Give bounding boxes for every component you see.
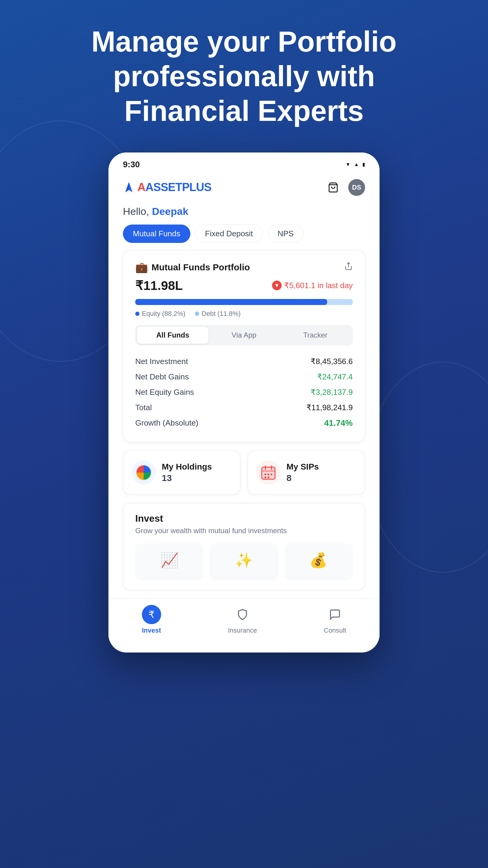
svg-point-14 [267,476,269,478]
net-equity-row: Net Equity Gains ₹3,28,137.9 [135,384,353,400]
total-row: Total ₹11,98,241.9 [135,400,353,415]
bottom-nav: ₹ Invest Insurance Consult [108,598,380,641]
holdings-title: My Holdings [162,462,212,472]
nav-consult[interactable]: Consult [318,605,352,634]
consult-nav-label: Consult [324,627,347,634]
net-debt-row: Net Debt Gains ₹24,747.4 [135,369,353,384]
status-icons: ▼ ▲ ▮ [346,161,365,167]
consult-nav-icon [325,605,345,624]
allocation-bar [135,299,353,305]
down-arrow-icon: ▼ [272,281,282,290]
user-avatar[interactable]: DS [348,179,365,196]
debt-dot [195,312,199,316]
net-equity-value: ₹3,28,137.9 [311,388,353,397]
app-header: AASSETPLUS DS [108,173,380,203]
invest-items: 📈 ✨ 💰 [135,544,353,590]
greeting-prefix: Hello, [123,206,152,217]
portfolio-title-row: 💼 Mutual Funds Portfolio [135,261,250,273]
sips-title: My SIPs [287,462,319,472]
portfolio-value: ₹11.98L [135,278,183,293]
total-label: Total [135,403,152,412]
holdings-sips-row: My Holdings 13 [123,451,365,495]
invest-nav-label: Invest [142,627,161,634]
status-time: 9:30 [123,160,140,169]
sip-icon: 📈 [161,552,178,569]
insurance-nav-label: Insurance [228,627,257,634]
invest-subtitle: Grow your wealth with mutual fund invest… [135,527,353,535]
hero-title: Manage your Portfolio professionally wit… [78,24,410,128]
portfolio-header: 💼 Mutual Funds Portfolio [135,261,353,273]
lumpsum-icon: ✨ [235,552,253,569]
greeting-name: Deepak [152,206,188,217]
status-bar: 9:30 ▼ ▲ ▮ [108,153,380,173]
svg-marker-1 [125,182,129,192]
header-actions: DS [325,179,365,196]
portfolio-change-text: ₹5,601.1 in last day [284,281,353,290]
total-value: ₹11,98,241.9 [306,403,353,412]
invest-item-sip[interactable]: 📈 [135,544,204,580]
portfolio-title: Mutual Funds Portfolio [152,262,250,273]
invest-section: Invest Grow your wealth with mutual fund… [123,503,365,590]
greeting: Hello, Deepak [108,203,380,224]
nav-invest[interactable]: ₹ Invest [136,605,167,634]
portfolio-value-row: ₹11.98L ▼ ₹5,601.1 in last day [135,278,353,293]
wifi-icon: ▼ [346,162,350,167]
fund-tab-via-app[interactable]: Via App [208,327,280,344]
sips-count: 8 [287,473,319,483]
net-investment-row: Net Investment ₹8,45,356.6 [135,354,353,369]
svg-rect-7 [262,471,275,471]
allocation-legend: Equity (88.2%) Debt (11.8%) [135,310,353,318]
fund-tab-all[interactable]: All Funds [137,327,208,344]
tab-nps[interactable]: NPS [268,224,304,243]
equity-bar-fill [135,299,327,305]
bg-decoration-right [367,362,488,572]
equity-legend: Equity (88.2%) [135,310,185,318]
net-debt-value: ₹24,747.4 [317,372,353,381]
invest-item-tax-saver[interactable]: 💰 [284,544,353,580]
net-equity-label: Net Equity Gains [135,388,194,397]
holdings-icon [132,461,156,485]
tab-mutual-funds[interactable]: Mutual Funds [123,224,190,243]
signal-icon: ▲ [354,162,359,167]
equity-label: Equity (88.2%) [142,310,185,318]
logo-icon [123,181,135,193]
tab-fixed-deposit[interactable]: Fixed Deposit [195,224,263,243]
category-tabs: Mutual Funds Fixed Deposit NPS [108,224,380,250]
svg-point-12 [270,473,272,475]
net-debt-label: Net Debt Gains [135,372,189,381]
holdings-info: My Holdings 13 [162,462,212,483]
cart-button[interactable] [325,180,341,195]
invest-item-lumpsum[interactable]: ✨ [210,544,278,580]
phone-mockup: 9:30 ▼ ▲ ▮ AASSETPLUS [108,153,380,652]
portfolio-card: 💼 Mutual Funds Portfolio ₹11.98L ▼ ₹5,60… [123,250,365,442]
svg-point-10 [264,473,266,475]
holdings-count: 13 [162,473,212,483]
my-holdings-card[interactable]: My Holdings 13 [123,451,240,495]
net-investment-value: ₹8,45,356.6 [311,357,353,366]
share-button[interactable] [344,262,353,273]
portfolio-change: ▼ ₹5,601.1 in last day [272,281,353,290]
sips-info: My SIPs 8 [287,462,319,483]
logo-text: AASSETPLUS [137,181,212,194]
fund-tabs: All Funds Via App Tracker [135,325,353,345]
sips-icon [256,461,281,485]
insurance-nav-icon [233,605,252,624]
growth-value: 41.74% [324,418,353,428]
tax-saver-icon: 💰 [310,552,327,569]
logo: AASSETPLUS [123,181,212,194]
growth-row: Growth (Absolute) 41.74% [135,415,353,431]
battery-icon: ▮ [362,161,365,167]
svg-point-13 [264,476,266,478]
growth-label: Growth (Absolute) [135,418,198,428]
my-sips-card[interactable]: My SIPs 8 [248,451,365,495]
nav-insurance[interactable]: Insurance [222,605,263,634]
invest-nav-icon: ₹ [142,605,161,624]
fund-tab-tracker[interactable]: Tracker [280,327,351,344]
equity-dot [135,312,139,316]
debt-label: Debt (11.8%) [201,310,241,318]
briefcase-icon: 💼 [135,261,148,273]
svg-point-11 [267,473,269,475]
debt-legend: Debt (11.8%) [195,310,241,318]
net-investment-label: Net Investment [135,357,188,366]
invest-title: Invest [135,513,353,524]
